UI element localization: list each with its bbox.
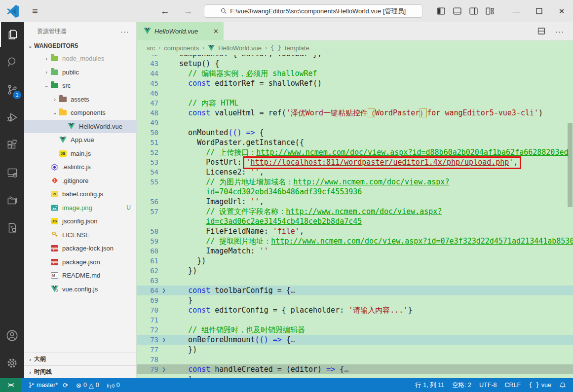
run-debug-icon[interactable]: [0, 105, 24, 130]
code-line-62[interactable]: 62 }): [137, 266, 573, 276]
editor-more-actions-icon[interactable]: ···: [555, 27, 564, 36]
search-sidebar-icon[interactable]: [0, 50, 24, 74]
code-line-69[interactable]: 69 }: [137, 295, 573, 305]
chevron-right-icon[interactable]: ›: [51, 96, 59, 102]
code-line-47[interactable]: 47 // 内容 HTML: [137, 98, 573, 108]
tree-item-src[interactable]: ⌄src: [24, 79, 137, 93]
code-line-54[interactable]: 54 License2: '',: [137, 167, 573, 177]
notifications-item[interactable]: [555, 382, 573, 389]
code-line-73[interactable]: 73❯ onBeforeUnmount(() => {…: [137, 335, 573, 345]
tree-item-image.png[interactable]: image.pngU: [24, 201, 137, 215]
code-line-50[interactable]: 50 onMounted(() => {: [137, 128, 573, 138]
encoding-item[interactable]: UTF-8: [475, 382, 500, 389]
code-line-57[interactable]: 57 // 设置文件字段名称：http://www.ncmem.com/doc/…: [137, 207, 573, 216]
chevron-down-icon[interactable]: ⌄: [51, 109, 59, 116]
code-line-64[interactable]: 64❯ const toolbarConfig = {…: [137, 285, 573, 295]
timeline-section[interactable]: › 时间线: [24, 365, 136, 378]
code-line-wrap[interactable]: id=704cd302ebd346b486adf39cf4553936: [137, 187, 573, 197]
tree-item-main.js[interactable]: JSmain.js: [24, 147, 137, 161]
code-line-70[interactable]: 70 const editorConfig = { placeholder: '…: [137, 305, 573, 315]
tree-item-App.vue[interactable]: App.vue: [24, 133, 137, 147]
tree-item-package-lock.json[interactable]: npmpackage-lock.json: [24, 242, 137, 255]
extensions-icon[interactable]: [0, 133, 24, 157]
fold-chevron-icon[interactable]: ❯: [158, 285, 169, 295]
scrollbar-thumb[interactable]: [568, 123, 573, 207]
toggle-sidebar-icon[interactable]: [437, 7, 445, 15]
code-line-61[interactable]: 61 }): [137, 256, 573, 266]
cursor-position-item[interactable]: 行 1, 列 11: [411, 381, 448, 390]
customize-layout-icon[interactable]: [486, 7, 494, 15]
fold-chevron-icon[interactable]: ❯: [158, 364, 169, 374]
tab-helloworld[interactable]: HelloWorld.vue ✕: [137, 22, 224, 40]
menu-hamburger-icon[interactable]: ≡: [32, 5, 38, 17]
code-line-72[interactable]: 72 // 组件销毁时，也及时销毁编辑器: [137, 325, 573, 335]
nav-back-icon[interactable]: ←: [160, 6, 170, 17]
code-line-wrap[interactable]: }: [137, 374, 573, 378]
chevron-right-icon[interactable]: ›: [42, 69, 50, 75]
tree-item-babel.config.js[interactable]: bbabel.config.js: [24, 187, 137, 201]
code-line-42[interactable]: 42 components: { Editor, Toolbar },: [137, 55, 573, 59]
project-root-row[interactable]: ⌄ WANGEDITOR5: [24, 40, 136, 52]
code-line-51[interactable]: 51 WordPaster.getInstance({: [137, 138, 573, 147]
code-line-wrap[interactable]: id=c3ad06c2ae31454cb418ceb2b8da7c45: [137, 216, 573, 226]
code-line-52[interactable]: 52 // 上传接口：http://www.ncmem.com/doc/view…: [137, 147, 573, 157]
code-line-55[interactable]: 55 // 为图片地址增加域名：http://www.ncmem.com/doc…: [137, 177, 573, 187]
project-manager-icon[interactable]: [0, 215, 24, 240]
chevron-right-icon[interactable]: ›: [42, 56, 50, 62]
code-line-58[interactable]: 58 FileFieldName: 'file',: [137, 226, 573, 236]
code-line-59[interactable]: 59 // 提取图片地址：http://www.ncmem.com/doc/vi…: [137, 236, 573, 246]
breadcrumb-symbol[interactable]: template: [285, 44, 309, 52]
editor-scrollbar[interactable]: [567, 55, 573, 378]
code-line-46[interactable]: 46: [137, 88, 573, 98]
code-line-49[interactable]: 49: [137, 118, 573, 128]
breadcrumb-file[interactable]: HelloWorld.vue: [218, 44, 262, 52]
window-close-button[interactable]: ✕: [550, 0, 573, 22]
breadcrumb-src[interactable]: src: [147, 44, 155, 52]
tree-item-.gitignore[interactable]: .gitignore: [24, 174, 137, 188]
code-line-77[interactable]: 77 }): [137, 345, 573, 355]
code-line-56[interactable]: 56 ImageUrl: '',: [137, 197, 573, 207]
code-line-48[interactable]: 48 const valueHtml = ref('泽优Word一键粘贴控件（W…: [137, 108, 573, 118]
source-control-icon[interactable]: 1: [0, 77, 24, 102]
chevron-down-icon[interactable]: ⌄: [42, 82, 50, 89]
tree-item-public[interactable]: ›public: [24, 66, 137, 79]
sidebar-more-icon[interactable]: ···: [120, 27, 129, 36]
tree-item-components[interactable]: ⌄components: [24, 106, 137, 120]
remote-explorer-icon[interactable]: [0, 160, 24, 185]
fold-chevron-icon[interactable]: ❯: [158, 335, 169, 345]
code-line-71[interactable]: 71: [137, 315, 573, 325]
code-line-78[interactable]: 78: [137, 355, 573, 364]
code-line-60[interactable]: 60 ImageMatch: '': [137, 246, 573, 256]
folder-explorer-icon[interactable]: [0, 188, 24, 213]
tab-close-icon[interactable]: ✕: [213, 28, 219, 35]
code-line-53[interactable]: 53 PostUrl: 'http://localhost:811/wordpa…: [137, 157, 573, 167]
command-center-search[interactable]: F:\vue3\wangEditor5\src\components\Hello…: [204, 4, 423, 18]
code-line-43[interactable]: 43 setup() {: [137, 59, 573, 69]
settings-gear-icon[interactable]: [0, 351, 24, 375]
code-line-79[interactable]: 79❯ const handleCreated = (editor) => {…: [137, 364, 573, 374]
tree-item-vue.config.js[interactable]: vue.config.js: [24, 283, 137, 296]
tree-item-assets[interactable]: ›assets: [24, 93, 137, 107]
code-line-45[interactable]: 45 const editorRef = shallowRef(): [137, 78, 573, 88]
indentation-item[interactable]: 空格: 2: [448, 381, 475, 390]
tree-item-HelloWorld.vue[interactable]: HelloWorld.vue: [24, 120, 137, 134]
toggle-panel-icon[interactable]: [453, 7, 461, 15]
tree-item-package.json[interactable]: npmpackage.json: [24, 255, 137, 269]
code-line-63[interactable]: 63: [137, 276, 573, 285]
window-maximize-button[interactable]: [528, 0, 550, 22]
language-mode-item[interactable]: { } vue: [525, 382, 555, 389]
code-editor[interactable]: 42 components: { Editor, Toolbar },43 se…: [137, 55, 573, 378]
problems-item[interactable]: ⊗ 0 △ 0: [72, 378, 103, 392]
ports-item[interactable]: 0: [103, 378, 124, 392]
breadcrumb-components[interactable]: components: [164, 44, 199, 52]
tree-item-README.md[interactable]: M↓README.md: [24, 269, 137, 283]
explorer-icon[interactable]: [0, 22, 24, 47]
git-branch-item[interactable]: master* ⟳: [24, 378, 72, 392]
window-minimize-button[interactable]: —: [505, 0, 528, 22]
tree-item-nodemodules[interactable]: ›node_modules: [24, 52, 137, 66]
accounts-icon[interactable]: [0, 323, 24, 348]
toggle-secondary-sidebar-icon[interactable]: [469, 7, 478, 15]
code-line-44[interactable]: 44 // 编辑器实例，必须用 shallowRef: [137, 69, 573, 78]
split-editor-icon[interactable]: [537, 27, 545, 35]
remote-indicator[interactable]: ><: [0, 378, 21, 392]
